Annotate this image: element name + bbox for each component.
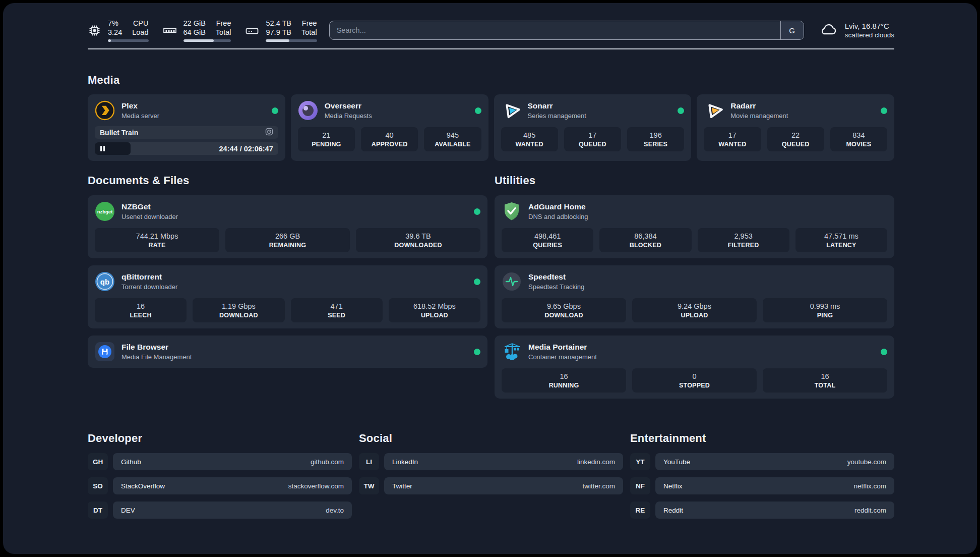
app-name: Speedtest [528, 272, 887, 282]
memory-progress-bar [183, 39, 231, 42]
link-linkedin[interactable]: LI LinkedIn linkedin.com [359, 453, 623, 470]
weather-condition: scattered clouds [845, 31, 894, 40]
stat-running: 16RUNNING [502, 368, 626, 393]
app-description: Usenet downloader [121, 213, 467, 220]
app-card-nzbget[interactable]: nzbget NZBGet Usenet downloader 744.21 M… [88, 195, 487, 258]
status-dot [678, 107, 684, 114]
playback-elapsed-fill [95, 142, 131, 155]
link-name: StackOverflow [121, 482, 165, 490]
storage-stat: 52.4 TB Free 97.9 TB Total [245, 19, 317, 42]
linkedin-icon: LI [359, 453, 379, 470]
app-description: Torrent downloader [121, 283, 467, 291]
stat-movies: 834MOVIES [830, 127, 887, 151]
app-card-speedtest[interactable]: Speedtest Speedtest Tracking 9.65 GbpsDO… [495, 265, 894, 328]
app-description: Movie management [730, 112, 874, 120]
link-url: reddit.com [854, 507, 886, 514]
app-card-filebrowser[interactable]: File Browser Media File Management [88, 336, 487, 368]
section-title-media: Media [88, 74, 894, 87]
link-url: linkedin.com [577, 458, 615, 466]
link-name: Reddit [663, 507, 683, 514]
pause-icon[interactable] [100, 146, 105, 151]
playback-time: 24:44 / 02:06:47 [219, 145, 278, 153]
stat-queued: 17QUEUED [564, 127, 621, 151]
speedtest-icon [502, 271, 522, 292]
plex-icon [95, 100, 115, 121]
memory-stat: 22 GiB Free 64 GiB Total [163, 19, 231, 42]
stat-blocked: 86,384BLOCKED [599, 228, 691, 252]
app-card-overseerr[interactable]: Overseerr Media Requests 21PENDING 40APP… [291, 94, 488, 161]
stat-upload: 618.52 MbpsUPLOAD [389, 298, 480, 322]
now-playing-title: Bullet Train [100, 129, 265, 137]
app-description: Speedtest Tracking [528, 283, 887, 291]
status-dot [475, 107, 481, 114]
ram-icon [163, 24, 177, 37]
link-github[interactable]: GH Github github.com [88, 453, 352, 470]
stat-queries: 498,461QUERIES [502, 228, 593, 252]
stat-pending: 21PENDING [298, 127, 355, 151]
section-developer: Developer GH Github github.com SO StackO… [88, 432, 352, 519]
link-youtube[interactable]: YT YouTube youtube.com [630, 453, 894, 470]
stat-leech: 16LEECH [95, 298, 187, 322]
memory-total-value: 64 GiB [183, 28, 206, 37]
dev-icon: DT [88, 502, 108, 519]
memory-total-label: Total [216, 28, 231, 37]
memory-free-value: 22 GiB [183, 19, 206, 28]
svg-text:nzbget: nzbget [97, 209, 113, 214]
app-card-qbittorrent[interactable]: qb qBittorrent Torrent downloader 16LEEC… [88, 265, 487, 328]
svg-text:qb: qb [100, 277, 109, 286]
status-dot [474, 208, 480, 215]
storage-progress-bar [266, 39, 317, 42]
filebrowser-icon [95, 342, 115, 362]
link-twitter[interactable]: TW Twitter twitter.com [359, 477, 623, 494]
app-description: Media server [121, 112, 265, 120]
link-url: github.com [311, 458, 344, 466]
app-card-radarr[interactable]: Radarr Movie management 17WANTED 22QUEUE… [697, 94, 894, 161]
stat-ping: 0.993 msPING [763, 298, 887, 322]
cloud-icon [818, 21, 838, 39]
app-name: Sonarr [528, 101, 671, 110]
section-social: Social LI LinkedIn linkedin.com TW Twitt… [359, 432, 623, 494]
search-engine-button[interactable]: G [780, 21, 804, 39]
link-name: LinkedIn [392, 458, 418, 466]
search-input[interactable] [330, 21, 780, 39]
app-name: NZBGet [121, 202, 467, 211]
stat-available: 945AVAILABLE [424, 127, 481, 151]
app-description: Media File Management [121, 353, 467, 361]
storage-free-value: 52.4 TB [266, 19, 291, 28]
link-url: twitter.com [582, 482, 615, 490]
nzbget-icon: nzbget [95, 201, 115, 221]
link-url: stackoverflow.com [288, 482, 344, 490]
cpu-progress-bar [108, 39, 149, 42]
cpu-usage-value: 7% [108, 19, 122, 28]
stat-queued: 22QUEUED [767, 127, 824, 151]
memory-free-label: Free [216, 19, 231, 28]
reddit-icon: RE [630, 502, 650, 519]
adguard-icon [502, 201, 522, 221]
status-dot [881, 107, 887, 114]
app-description: Series management [528, 112, 671, 120]
app-card-sonarr[interactable]: Sonarr Series management 485WANTED 17QUE… [494, 94, 692, 161]
playback-progress-bar[interactable]: 24:44 / 02:06:47 [95, 142, 278, 155]
app-name: Radarr [730, 101, 874, 110]
stat-series: 196SERIES [627, 127, 684, 151]
app-card-plex[interactable]: Plex Media server Bullet Train [88, 94, 285, 161]
youtube-icon: YT [630, 453, 650, 470]
link-stackoverflow[interactable]: SO StackOverflow stackoverflow.com [88, 477, 352, 494]
top-bar: 7% CPU 3.24 Load [88, 17, 894, 43]
link-dev[interactable]: DT DEV dev.to [88, 502, 352, 519]
cpu-load-label: Load [132, 28, 148, 37]
storage-free-label: Free [301, 19, 317, 28]
app-card-adguard[interactable]: AdGuard Home DNS and adblocking 498,461Q… [495, 195, 894, 258]
link-netflix[interactable]: NF Netflix netflix.com [630, 477, 894, 494]
stat-wanted: 17WANTED [704, 127, 761, 151]
link-reddit[interactable]: RE Reddit reddit.com [630, 502, 894, 519]
link-url: netflix.com [853, 482, 886, 490]
link-name: Twitter [392, 482, 412, 490]
stat-wanted: 485WANTED [501, 127, 558, 151]
now-playing-row: Bullet Train [95, 126, 278, 139]
app-card-portainer[interactable]: Media Portainer Container management 16R… [495, 336, 894, 399]
section-title-developer: Developer [88, 432, 352, 445]
stat-seed: 471SEED [291, 298, 383, 322]
section-title-documents: Documents & Files [88, 174, 487, 187]
app-name: Media Portainer [528, 343, 874, 352]
